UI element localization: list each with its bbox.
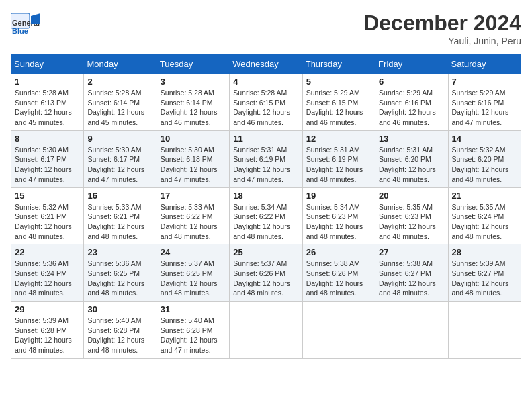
day-number: 12	[306, 134, 371, 144]
calendar-cell: 17Sunrise: 5:33 AMSunset: 6:22 PMDayligh…	[157, 187, 229, 244]
day-number: 31	[161, 304, 226, 314]
calendar-cell: 13Sunrise: 5:31 AMSunset: 6:20 PMDayligh…	[375, 130, 448, 187]
calendar-cell: 26Sunrise: 5:38 AMSunset: 6:26 PMDayligh…	[302, 244, 375, 302]
day-header-tuesday: Tuesday	[157, 55, 229, 74]
day-number: 24	[161, 247, 226, 257]
calendar-cell: 1Sunrise: 5:28 AMSunset: 6:13 PMDaylight…	[11, 74, 84, 131]
day-header-friday: Friday	[375, 55, 448, 74]
page-header: General Blue December 2024 Yauli, Junin,…	[11, 11, 521, 46]
day-info: Sunrise: 5:32 AMSunset: 6:20 PMDaylight:…	[452, 145, 517, 185]
day-info: Sunrise: 5:38 AMSunset: 6:26 PMDaylight:…	[306, 259, 371, 298]
logo-icon: General Blue	[11, 11, 40, 35]
day-info: Sunrise: 5:33 AMSunset: 6:22 PMDaylight:…	[161, 202, 226, 242]
day-info: Sunrise: 5:34 AMSunset: 6:22 PMDaylight:…	[233, 202, 298, 242]
day-info: Sunrise: 5:32 AMSunset: 6:21 PMDaylight:…	[15, 202, 80, 242]
calendar-cell: 14Sunrise: 5:32 AMSunset: 6:20 PMDayligh…	[448, 130, 521, 187]
day-info: Sunrise: 5:38 AMSunset: 6:27 PMDaylight:…	[379, 259, 444, 298]
logo: General Blue	[11, 11, 40, 35]
day-info: Sunrise: 5:30 AMSunset: 6:17 PMDaylight:…	[15, 145, 80, 185]
calendar-cell: 4Sunrise: 5:28 AMSunset: 6:15 PMDaylight…	[230, 74, 302, 131]
day-number: 8	[15, 134, 80, 144]
day-info: Sunrise: 5:40 AMSunset: 6:28 PMDaylight:…	[161, 316, 226, 355]
day-info: Sunrise: 5:28 AMSunset: 6:14 PMDaylight:…	[87, 88, 152, 128]
calendar-cell: 28Sunrise: 5:39 AMSunset: 6:27 PMDayligh…	[448, 244, 521, 302]
day-number: 18	[233, 191, 298, 201]
calendar-week-1: 1Sunrise: 5:28 AMSunset: 6:13 PMDaylight…	[11, 74, 521, 131]
calendar-cell: 21Sunrise: 5:35 AMSunset: 6:24 PMDayligh…	[448, 187, 521, 244]
day-number: 14	[452, 134, 517, 144]
calendar-cell: 7Sunrise: 5:29 AMSunset: 6:16 PMDaylight…	[448, 74, 521, 131]
day-number: 26	[306, 247, 371, 257]
day-number: 15	[15, 191, 80, 201]
day-number: 7	[452, 77, 517, 87]
calendar-cell: 2Sunrise: 5:28 AMSunset: 6:14 PMDaylight…	[84, 74, 157, 131]
calendar-cell: 9Sunrise: 5:30 AMSunset: 6:17 PMDaylight…	[84, 130, 157, 187]
day-info: Sunrise: 5:29 AMSunset: 6:15 PMDaylight:…	[306, 88, 371, 128]
day-header-thursday: Thursday	[302, 55, 375, 74]
day-info: Sunrise: 5:33 AMSunset: 6:21 PMDaylight:…	[87, 202, 152, 242]
day-number: 10	[161, 134, 226, 144]
calendar-cell	[448, 302, 521, 359]
day-info: Sunrise: 5:36 AMSunset: 6:25 PMDaylight:…	[87, 259, 152, 298]
title-block: December 2024 Yauli, Junin, Peru	[363, 11, 521, 46]
day-info: Sunrise: 5:39 AMSunset: 6:28 PMDaylight:…	[15, 316, 80, 355]
svg-marker-2	[31, 13, 40, 24]
calendar-week-2: 8Sunrise: 5:30 AMSunset: 6:17 PMDaylight…	[11, 130, 521, 187]
calendar-cell: 10Sunrise: 5:30 AMSunset: 6:18 PMDayligh…	[157, 130, 229, 187]
day-info: Sunrise: 5:35 AMSunset: 6:23 PMDaylight:…	[379, 202, 444, 242]
day-number: 25	[233, 247, 298, 257]
day-info: Sunrise: 5:28 AMSunset: 6:13 PMDaylight:…	[15, 88, 80, 128]
calendar-cell: 29Sunrise: 5:39 AMSunset: 6:28 PMDayligh…	[11, 302, 84, 359]
day-info: Sunrise: 5:29 AMSunset: 6:16 PMDaylight:…	[452, 88, 517, 128]
day-number: 4	[233, 77, 298, 87]
day-info: Sunrise: 5:31 AMSunset: 6:19 PMDaylight:…	[306, 145, 371, 185]
day-number: 6	[379, 77, 444, 87]
day-info: Sunrise: 5:40 AMSunset: 6:28 PMDaylight:…	[87, 316, 152, 355]
day-header-wednesday: Wednesday	[230, 55, 302, 74]
day-number: 11	[233, 134, 298, 144]
day-number: 17	[161, 191, 226, 201]
day-number: 23	[87, 247, 152, 257]
calendar-cell: 3Sunrise: 5:28 AMSunset: 6:14 PMDaylight…	[157, 74, 229, 131]
day-number: 9	[87, 134, 152, 144]
calendar-cell: 30Sunrise: 5:40 AMSunset: 6:28 PMDayligh…	[84, 302, 157, 359]
day-info: Sunrise: 5:30 AMSunset: 6:17 PMDaylight:…	[87, 145, 152, 185]
day-number: 27	[379, 247, 444, 257]
day-number: 29	[15, 304, 80, 314]
calendar-cell: 31Sunrise: 5:40 AMSunset: 6:28 PMDayligh…	[157, 302, 229, 359]
day-info: Sunrise: 5:39 AMSunset: 6:27 PMDaylight:…	[452, 259, 517, 298]
day-header-monday: Monday	[84, 55, 157, 74]
day-number: 3	[161, 77, 226, 87]
day-header-saturday: Saturday	[448, 55, 521, 74]
day-info: Sunrise: 5:29 AMSunset: 6:16 PMDaylight:…	[379, 88, 444, 128]
day-number: 30	[87, 304, 152, 314]
calendar-cell: 23Sunrise: 5:36 AMSunset: 6:25 PMDayligh…	[84, 244, 157, 302]
day-number: 16	[87, 191, 152, 201]
day-number: 13	[379, 134, 444, 144]
day-number: 28	[452, 247, 517, 257]
calendar-week-5: 29Sunrise: 5:39 AMSunset: 6:28 PMDayligh…	[11, 302, 521, 359]
month-title: December 2024	[363, 11, 521, 36]
calendar-cell: 5Sunrise: 5:29 AMSunset: 6:15 PMDaylight…	[302, 74, 375, 131]
calendar-cell: 19Sunrise: 5:34 AMSunset: 6:23 PMDayligh…	[302, 187, 375, 244]
day-info: Sunrise: 5:34 AMSunset: 6:23 PMDaylight:…	[306, 202, 371, 242]
calendar-cell: 6Sunrise: 5:29 AMSunset: 6:16 PMDaylight…	[375, 74, 448, 131]
day-number: 19	[306, 191, 371, 201]
calendar-cell: 27Sunrise: 5:38 AMSunset: 6:27 PMDayligh…	[375, 244, 448, 302]
day-info: Sunrise: 5:37 AMSunset: 6:25 PMDaylight:…	[161, 259, 226, 298]
day-number: 1	[15, 77, 80, 87]
day-number: 2	[87, 77, 152, 87]
day-info: Sunrise: 5:30 AMSunset: 6:18 PMDaylight:…	[161, 145, 226, 185]
day-info: Sunrise: 5:36 AMSunset: 6:24 PMDaylight:…	[15, 259, 80, 298]
day-number: 22	[15, 247, 80, 257]
calendar-cell: 24Sunrise: 5:37 AMSunset: 6:25 PMDayligh…	[157, 244, 229, 302]
calendar-cell: 15Sunrise: 5:32 AMSunset: 6:21 PMDayligh…	[11, 187, 84, 244]
day-header-sunday: Sunday	[11, 55, 84, 74]
day-number: 5	[306, 77, 371, 87]
calendar-cell	[375, 302, 448, 359]
day-info: Sunrise: 5:31 AMSunset: 6:20 PMDaylight:…	[379, 145, 444, 185]
calendar-week-3: 15Sunrise: 5:32 AMSunset: 6:21 PMDayligh…	[11, 187, 521, 244]
calendar-cell: 20Sunrise: 5:35 AMSunset: 6:23 PMDayligh…	[375, 187, 448, 244]
day-info: Sunrise: 5:31 AMSunset: 6:19 PMDaylight:…	[233, 145, 298, 185]
calendar-header-row: SundayMondayTuesdayWednesdayThursdayFrid…	[11, 55, 521, 74]
